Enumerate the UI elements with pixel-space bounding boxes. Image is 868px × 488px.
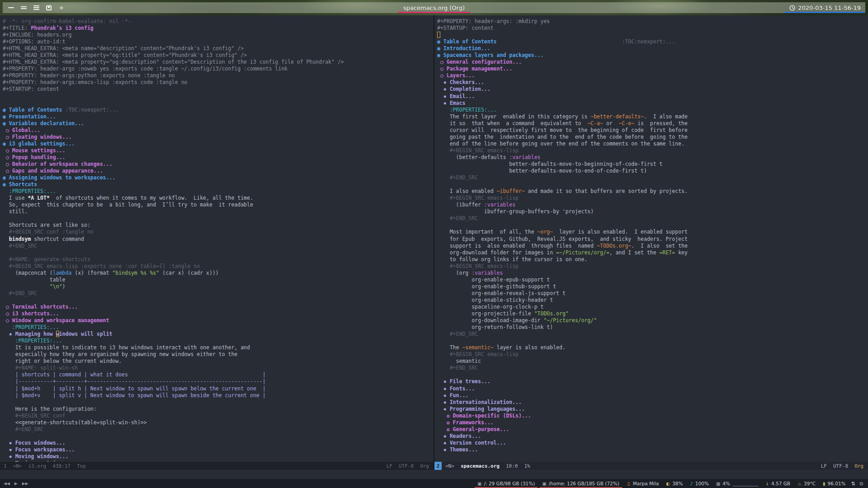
network-down-module[interactable]: ↓4.57 GB [762,479,794,488]
buffer-line [3,399,434,406]
buffer-line: ○ Floating windows... [3,134,434,141]
workspace-switcher: + [3,5,65,11]
buffer-line: <<generate-shortcuts(table=split-win-sh)… [3,419,434,426]
buffer-line: Shortcuts are set like so: [3,222,434,229]
music-module[interactable]: ♫Marpa Mila [623,479,663,488]
buffer-content-i3-org[interactable]: # -*- org-confirm-babel-evaluate: nil -*… [0,15,434,462]
media-controls: ◀◀▶▶▶ [0,481,28,486]
brightness-module[interactable]: ◐38% [662,479,686,488]
buffer-line: #+PROPERTY: header-args :noweb yes :expo… [3,66,434,72]
media-prev-button[interactable]: ◀◀ [4,481,10,486]
buffer-line: going past the indentation and to the en… [437,134,868,141]
buffer-line: ○ i3 shortcuts... [3,310,434,317]
buffer-line: #+HTML_HEAD_EXTRA: <meta property="og:ti… [3,52,434,59]
modeline-inactive: 1 <N> i3.org 438:17 Top LF UTF-8 Org [0,462,434,470]
buffer-line: #+PROPERTY: header-args:emacs-lisp :expo… [3,79,434,86]
buffer-window-i3-org[interactable]: # -*- org-confirm-babel-evaluate: nil -*… [0,15,434,462]
temperature-module[interactable]: ♨39°C [794,479,819,488]
cursor-position: 10:0 [506,463,518,469]
buffer-window-spacemacs-org[interactable]: #+PROPERTY: header-args: :mkdirp yes#+ST… [434,15,868,462]
workspace-4[interactable] [46,5,52,11]
buffer-line: org-return-follows-link t) [437,324,868,331]
disk-home-value: /home: 126 GB/185 GB (72%) [549,481,619,486]
buffer-line: ◉ Shortcuts [3,181,434,188]
buffer-line: ✸ Readers... [437,433,868,440]
buffer-line: | $mod+h | split h | Next window to spaw… [3,385,434,392]
down-arrow-icon: ↓ [765,481,769,486]
buffer-line: #+HTML_HEAD_EXTRA: <meta property="og:de… [3,59,434,66]
eol-indicator: LF [821,463,827,469]
buffer-line: |-----------+---------+-----------------… [3,378,434,385]
workspace-1[interactable] [8,5,14,11]
buffer-line: ◉ Table of Contents :TOC:noexport:... [3,107,434,113]
volume-value: 100% [695,481,709,486]
buffer-line: table [3,277,434,283]
buffer-line: better-defaults-move-to-end-of-code-firs… [437,168,868,174]
buffer-line: It is possible to indicate to i3 how win… [3,344,434,351]
buffer-line: org-projectile-file "TODOs.org" [437,310,868,317]
encoding-indicator: UTF-8 [399,463,414,469]
media-next-button[interactable]: ▶▶ [22,481,28,486]
workspace-new[interactable]: + [59,5,65,11]
buffer-line: end of the line before going over the en… [437,141,868,147]
buffer-line: I use *A LOT* of shortcuts when it comes… [3,195,434,202]
workspace-3[interactable] [33,5,39,11]
status-modules: ▣/: 29 GB/98 GB (31%)▣/home: 126 GB/185 … [474,479,849,488]
disk-root-module[interactable]: ▣/: 29 GB/98 GB (31%) [474,479,538,488]
buffer-line: especially how they are organized by spa… [3,351,434,358]
battery-module[interactable]: ▮96.01% [819,479,849,488]
buffer-line: #+OPTIONS: auto-id:t [3,38,434,45]
clock-module[interactable]: 2020-03-15 11-56-19 [785,2,865,13]
buffer-line: #+STARTUP: content [3,86,434,93]
modeline-active: 2 <N> spacemacs.org 10:0 1% LF UTF-8 Org [434,462,868,470]
buffer-line [437,371,868,378]
buffer-line: still. [3,208,434,215]
media-play-button[interactable]: ▶ [14,481,18,486]
buffer-line: #+END_SRC [437,174,868,181]
network-down-value: 4.57 GB [771,481,790,486]
evil-state-indicator: <N> [445,463,454,469]
cpu-module[interactable]: ▦4%▁▁▁▁▁▁▁▁ [712,479,762,488]
volume-module[interactable]: ♪100% [686,479,712,488]
top-bar: + spacemacs.org (Org) 2020-03-15 11-56-1… [3,2,865,13]
buffer-line: ✸ Moving windows... [3,453,434,460]
buffer-line: better-defaults-move-to-beginning-of-cod… [437,161,868,168]
scroll-position: 1% [524,463,530,469]
buffer-content-spacemacs-org[interactable]: #+PROPERTY: header-args: :mkdirp yes#+ST… [434,15,868,453]
buffer-line: The first layer enabled in this category… [437,113,868,120]
buffer-line: (org :variables [437,270,868,277]
buffer-line: ✸ Programming languages... [437,406,868,413]
status-end-icons: ⇅⊙ [849,481,868,487]
buffer-line: Most important of all, the ~org~ layer i… [437,229,868,235]
buffer-line: ○ Terminal shortcuts... [3,304,434,310]
buffer-line: #+BEGIN_SRC conf :tangle no [3,229,434,235]
buffer-line: "\n") [3,283,434,290]
buffer-line: ✿ Frameworks... [437,419,868,426]
power-icon[interactable]: ⊙ [859,481,863,487]
buffer-line [3,433,434,440]
buffer-line: ◉ Presentation... [3,113,434,120]
buffer-line: #+BEGIN_SRC emacs-lisp [437,147,868,154]
active-window-title: spacemacs.org (Org) [398,2,470,13]
buffer-line [437,222,868,229]
buffer-line: #+PROPERTY: header-args: :mkdirp yes [437,18,868,25]
buffer-line: ✸ Checkers... [437,79,868,86]
cpu-icon: ▦ [716,481,720,486]
buffer-line: ○ Global... [3,127,434,134]
workspace-2[interactable] [21,5,27,11]
buffer-line: ○ Window and workspace management [3,317,434,324]
buffer-line: ◉ Introduction... [437,45,868,52]
brightness-value: 38% [672,481,683,486]
buffer-line: ✸ Emacs [437,100,868,107]
buffer-line [3,297,434,304]
buffer-line: ◉ Spacemacs layers and packages... [437,52,868,59]
temperature-value: 39°C [804,481,816,486]
buffer-line: #+BEGIN_SRC emacs-lisp :exports none :va… [3,263,434,270]
buffer-line: #+BEGIN_SRC emacs-lisp [437,263,868,270]
disk-home-module[interactable]: ▣/home: 126 GB/185 GB (72%) [538,479,623,488]
buffer-line [3,249,434,256]
buffer-line: ✿ General-purpose... [437,426,868,433]
thermometer-icon: ♨ [797,481,802,486]
buffer-line: #+NAME: generate-shortcuts [3,256,434,263]
network-icon[interactable]: ⇅ [851,481,855,487]
